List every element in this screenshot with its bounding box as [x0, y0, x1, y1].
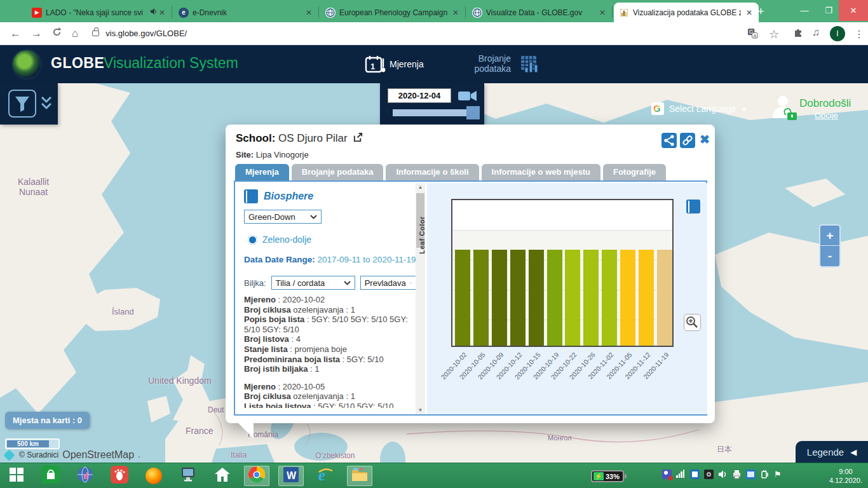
radio-selected-icon[interactable]	[248, 235, 257, 245]
attribution-osm-link[interactable]: OpenStreetMap	[62, 449, 134, 461]
brand-globe: GLOBE	[51, 55, 104, 72]
browser-tab[interactable]: Visualize Data - GLOBE.gov✕	[467, 3, 612, 22]
time-slider-handle[interactable]	[466, 106, 480, 119]
app-dark-icon[interactable]	[704, 470, 714, 479]
user-account-icon[interactable]	[773, 96, 797, 120]
nav-measurements[interactable]: Mjerenja	[390, 59, 424, 69]
globe-logo[interactable]	[11, 49, 42, 79]
printer-icon[interactable]	[732, 470, 742, 479]
leaf-color-bar[interactable]	[529, 250, 544, 346]
translate-icon[interactable]: GA	[747, 28, 758, 41]
browser-tab[interactable]: ▶LADO - "Neka sjaji sunce svi✕	[27, 3, 172, 22]
taskbar-app-lenovo[interactable]	[175, 466, 201, 486]
taskbar-app-home[interactable]	[210, 466, 235, 486]
teams-icon[interactable]	[662, 470, 672, 479]
permalink-button[interactable]	[680, 133, 695, 148]
leaf-color-bar[interactable]	[492, 250, 507, 346]
tab-audio-icon[interactable]	[150, 8, 158, 17]
browser-tab[interactable]: ee-Dnevnik✕	[173, 3, 318, 22]
taskbar-app-file-manager[interactable]	[347, 466, 372, 486]
browser-tab[interactable]: European Phenology Campaign✕	[320, 3, 465, 22]
bookmark-star-icon[interactable]: ☆	[769, 27, 779, 41]
legend-toggle-button[interactable]: Legende ◀	[796, 441, 868, 463]
dominance-select[interactable]: Prevladava	[360, 276, 416, 290]
animate-camera-icon[interactable]	[458, 89, 478, 103]
browser-menu-icon[interactable]: ⋮	[854, 28, 864, 40]
media-controls-icon[interactable]: ♫	[812, 27, 820, 38]
zoom-out-button[interactable]: -	[820, 246, 839, 266]
tab-close-icon[interactable]: ✕	[598, 8, 607, 17]
taskbar-app-globe-viz[interactable]	[72, 466, 98, 486]
modal-tab-informacije-o-koli[interactable]: Informacije o školi	[386, 164, 478, 180]
forward-button[interactable]: →	[31, 27, 42, 40]
leaf-color-bar[interactable]	[620, 250, 635, 346]
leaf-color-bar[interactable]	[455, 250, 470, 346]
taskbar-app-store[interactable]	[38, 466, 64, 486]
home-button[interactable]: ⌂	[72, 27, 78, 40]
taskbar-app-internet-explorer[interactable]: e	[313, 466, 338, 486]
language-selector[interactable]: Select Language ▼	[651, 102, 747, 115]
modal-close-button[interactable]: ✖	[700, 132, 710, 147]
data-counts-icon[interactable]	[520, 53, 541, 75]
leaf-color-bar[interactable]	[547, 250, 562, 346]
new-tab-button[interactable]: +	[757, 5, 764, 18]
modal-tab-mjerenja[interactable]: Mjerenja	[235, 164, 289, 180]
share-button[interactable]	[661, 133, 677, 148]
filter-button[interactable]	[8, 90, 36, 118]
battery-indicator[interactable]: ⚡ 33%	[591, 470, 624, 482]
tab-close-icon[interactable]: ✕	[451, 8, 460, 17]
open-external-icon[interactable]	[353, 132, 363, 143]
window-restore-button[interactable]: ❐	[816, 0, 841, 21]
window-minimize-button[interactable]: —	[792, 0, 817, 21]
taskbar-app-word[interactable]: W	[278, 466, 304, 486]
power-plug-icon[interactable]	[760, 470, 770, 479]
app-blue-icon[interactable]	[690, 470, 700, 479]
extension-puzzle-icon[interactable]	[793, 28, 803, 41]
school-name: OS Djuro Pilar	[278, 132, 348, 144]
time-slider[interactable]	[393, 109, 474, 116]
map-country-label: Italia	[231, 451, 247, 459]
taskbar-app-chrome[interactable]	[244, 466, 269, 486]
scroll-down-icon[interactable]: ▼	[416, 407, 425, 413]
chart-zoom-button[interactable]	[684, 314, 701, 331]
modal-tab-fotografije[interactable]: Fotografije	[603, 164, 666, 180]
leaf-color-bar[interactable]	[565, 250, 580, 346]
taskbar-app-firefox[interactable]	[141, 466, 166, 486]
leaf-color-bar[interactable]	[657, 250, 672, 346]
network-signal-icon[interactable]	[676, 470, 686, 479]
taskbar-clock[interactable]: 9:00 4.12.2020.	[827, 467, 864, 485]
plant-select[interactable]: Tilia / cordata	[271, 276, 355, 290]
scroll-up-icon[interactable]: ▲	[416, 184, 425, 190]
taskbar-app-gnome[interactable]	[107, 466, 132, 486]
leaf-color-bar[interactable]	[639, 250, 654, 346]
expand-chevrons-icon[interactable]	[39, 95, 53, 114]
tab-close-icon[interactable]: ✕	[304, 8, 313, 17]
window-close-button[interactable]: ✕	[839, 0, 868, 21]
taskbar-app-start[interactable]	[4, 466, 29, 486]
tab-close-icon[interactable]: ✕	[158, 8, 166, 17]
protocol-select[interactable]: Green-Down	[244, 210, 322, 224]
options-link[interactable]: Opcije	[815, 111, 838, 120]
browser-profile-avatar[interactable]: I	[830, 26, 845, 41]
url-text[interactable]: vis.globe.gov/GLOBE/	[105, 29, 187, 38]
leaf-color-bar[interactable]	[583, 250, 599, 346]
leaf-color-bar[interactable]	[510, 250, 526, 346]
nav-data-counts[interactable]: Brojanje podataka	[456, 53, 511, 74]
measurements-calendar-icon[interactable]: 1	[364, 53, 387, 76]
zoom-in-button[interactable]: +	[820, 226, 839, 246]
browser-tab[interactable]: Vizualizacija podataka GLOBE zn✕	[614, 3, 759, 22]
leaf-color-bar[interactable]	[602, 250, 617, 346]
https-lock-icon[interactable]	[92, 30, 99, 36]
date-input[interactable]: 2020-12-04	[388, 88, 451, 103]
leaf-color-bar[interactable]	[473, 250, 489, 346]
modal-tab-informacije-o-web-mjestu[interactable]: Informacije o web mjestu	[482, 164, 600, 180]
volume-icon[interactable]	[718, 470, 728, 479]
reload-button[interactable]	[52, 27, 62, 40]
tab-close-icon[interactable]: ✕	[745, 8, 754, 17]
screen-share-icon[interactable]	[746, 470, 756, 479]
flag-icon[interactable]: ⚑	[774, 470, 783, 479]
chart-table-view-button[interactable]	[686, 200, 700, 214]
back-button[interactable]: ←	[10, 27, 21, 40]
table-icon[interactable]	[244, 189, 258, 203]
modal-tab-brojanje-podataka[interactable]: Brojanje podataka	[292, 164, 384, 180]
